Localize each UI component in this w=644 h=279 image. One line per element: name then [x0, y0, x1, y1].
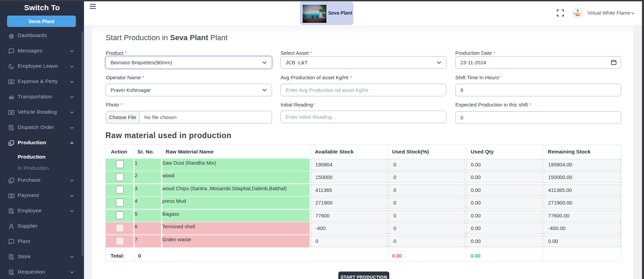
svg-text:1: 1 — [11, 111, 12, 113]
svg-text:1: 1 — [11, 195, 12, 197]
svg-text:1: 1 — [11, 81, 12, 83]
svg-text:White: White — [577, 13, 581, 15]
